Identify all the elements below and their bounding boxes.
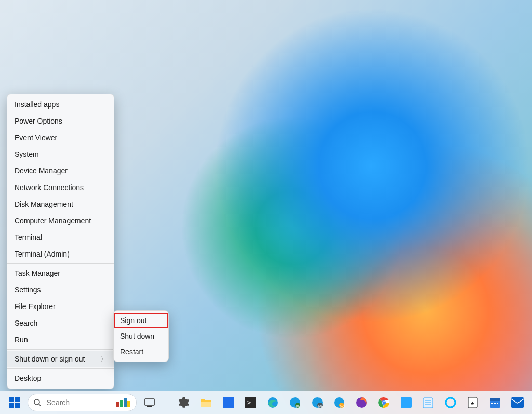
submenu-restart[interactable]: Restart (114, 344, 168, 359)
svg-rect-10 (145, 399, 154, 405)
svg-point-4 (34, 399, 39, 405)
svg-rect-0 (9, 397, 14, 402)
terminal-icon: >_ (245, 397, 256, 408)
winx-item-installed-apps[interactable]: Installed apps (7, 96, 114, 113)
winx-item-computer-management[interactable]: Computer Management (7, 212, 114, 229)
svg-rect-41 (497, 403, 498, 404)
search-input[interactable] (46, 398, 113, 407)
edge-button[interactable] (263, 393, 283, 412)
calendar-button[interactable] (485, 393, 504, 412)
winx-item-terminal[interactable]: Terminal (7, 229, 114, 246)
app-button-1[interactable] (396, 393, 416, 412)
chevron-right-icon: 〉 (101, 355, 107, 363)
settings-button[interactable] (175, 393, 194, 412)
start-button[interactable] (5, 393, 24, 412)
svg-text:CAN: CAN (340, 404, 345, 407)
winx-item-event-viewer[interactable]: Event Viewer (7, 129, 114, 146)
submenu-sign-out[interactable]: Sign out (114, 313, 168, 328)
winx-item-run[interactable]: Run (7, 331, 114, 348)
svg-rect-38 (490, 398, 500, 401)
notepad-icon (423, 397, 433, 408)
settings-icon (178, 397, 190, 408)
edge-dev-icon: DEV (312, 397, 323, 408)
winx-item-file-explorer[interactable]: File Explorer (7, 298, 114, 315)
terminal-button[interactable]: >_ (241, 393, 260, 412)
edge-icon (267, 397, 278, 408)
svg-rect-42 (511, 397, 524, 408)
edge-beta-button[interactable]: BETA (285, 393, 304, 412)
winx-item-settings[interactable]: Settings (7, 282, 114, 298)
solitaire-icon: ♠ (468, 397, 478, 408)
menu-separator (7, 349, 114, 350)
chrome-icon (378, 397, 390, 408)
calendar-icon (489, 397, 501, 408)
svg-rect-12 (201, 402, 211, 407)
chrome-button[interactable] (375, 393, 394, 412)
search-icon (33, 398, 42, 407)
start-icon (9, 397, 20, 408)
cortana-icon (445, 397, 456, 408)
svg-rect-1 (15, 397, 20, 402)
svg-point-29 (382, 402, 385, 404)
svg-rect-8 (124, 398, 127, 407)
app-icon-1 (401, 397, 412, 408)
winx-item-terminal-admin[interactable]: Terminal (Admin) (7, 246, 114, 262)
submenu-shut-down[interactable]: Shut down (114, 328, 168, 344)
menu-separator (7, 368, 114, 369)
svg-rect-7 (120, 400, 123, 407)
taskbar: >_ BETA DEV CAN ♠ (0, 391, 532, 414)
winx-item-desktop[interactable]: Desktop (7, 370, 114, 386)
winx-item-power-options[interactable]: Power Options (7, 113, 114, 129)
svg-text:>_: >_ (247, 399, 255, 406)
svg-rect-39 (491, 403, 493, 404)
mail-button[interactable] (508, 393, 527, 412)
winx-item-disk-management[interactable]: Disk Management (7, 196, 114, 212)
shutdown-submenu: Sign out Shut down Restart (113, 310, 169, 362)
firefox-icon (356, 397, 367, 408)
winx-item-task-manager[interactable]: Task Manager (7, 265, 114, 282)
svg-rect-2 (9, 403, 14, 408)
winx-item-device-manager[interactable]: Device Manager (7, 163, 114, 179)
taskbar-search[interactable] (28, 394, 137, 411)
svg-text:♠: ♠ (471, 399, 474, 407)
store-icon (223, 397, 234, 408)
notepad-button[interactable] (419, 393, 438, 412)
task-view-button[interactable] (140, 393, 159, 412)
svg-text:DEV: DEV (318, 404, 323, 407)
menu-separator (7, 263, 114, 264)
edge-beta-icon: BETA (289, 397, 301, 408)
winx-item-system[interactable]: System (7, 146, 114, 163)
edge-canary-icon: CAN (334, 397, 345, 408)
edge-canary-button[interactable]: CAN (330, 393, 349, 412)
svg-text:BETA: BETA (296, 404, 301, 407)
cortana-button[interactable] (441, 393, 460, 412)
winx-item-shutdown-signout[interactable]: Shut down or sign out 〉 (7, 351, 114, 367)
svg-rect-11 (147, 406, 152, 407)
svg-line-5 (39, 404, 41, 406)
winx-item-network-connections[interactable]: Network Connections (7, 179, 114, 196)
solitaire-button[interactable]: ♠ (463, 393, 483, 412)
search-graphic-icon (116, 398, 131, 407)
svg-rect-9 (127, 401, 130, 407)
mail-icon (511, 397, 524, 408)
firefox-button[interactable] (352, 393, 371, 412)
edge-dev-button[interactable]: DEV (308, 393, 327, 412)
winx-menu: Installed apps Power Options Event Viewe… (7, 94, 114, 389)
svg-rect-3 (15, 403, 20, 408)
svg-point-34 (446, 398, 455, 407)
task-view-icon (144, 397, 155, 408)
svg-rect-40 (494, 403, 496, 404)
file-explorer-button[interactable] (196, 393, 216, 412)
store-button[interactable] (219, 393, 238, 412)
winx-item-search[interactable]: Search (7, 315, 114, 331)
svg-rect-6 (116, 402, 119, 407)
file-explorer-icon (201, 397, 212, 408)
